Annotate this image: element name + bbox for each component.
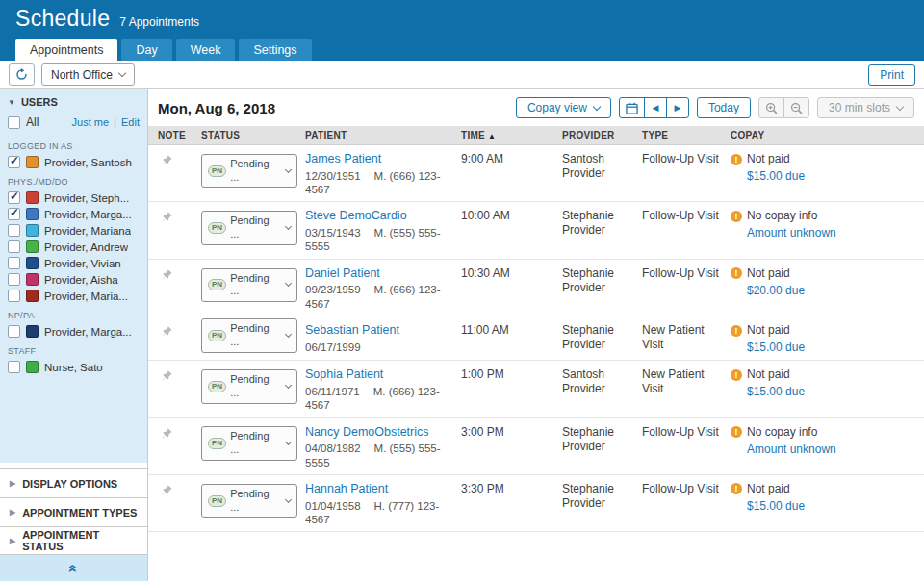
provider-filter-row[interactable]: Nurse, Sato bbox=[0, 359, 147, 375]
copay-amount-link[interactable]: Amount unknown bbox=[747, 226, 836, 240]
provider-checkbox[interactable] bbox=[8, 224, 20, 237]
note-cell[interactable] bbox=[158, 361, 201, 391]
status-dropdown[interactable]: PN Pending ... bbox=[201, 211, 297, 245]
sidebar-section[interactable]: ▶ DISPLAY OPTIONS bbox=[0, 468, 147, 497]
nav-tab[interactable]: Day bbox=[121, 39, 171, 61]
copay-amount-link[interactable]: $15.00 due bbox=[747, 385, 805, 399]
patient-cell: James Patient 12/30/1951M. (666) 123-456… bbox=[305, 145, 461, 201]
appointment-list: PN Pending ... James Patient 12/30/1951M… bbox=[148, 145, 924, 581]
patient-cell: Nancy DemoObstetrics 04/08/1982M. (555) … bbox=[305, 418, 461, 474]
provider-filter-row[interactable]: Provider, Marga... bbox=[0, 206, 147, 222]
provider-checkbox[interactable] bbox=[8, 208, 20, 220]
provider-color-swatch bbox=[26, 224, 38, 237]
provider-checkbox[interactable] bbox=[8, 191, 20, 204]
provider-filter-row[interactable]: Provider, Mariana bbox=[0, 222, 147, 239]
patient-link[interactable]: Nancy DemoObstetrics bbox=[305, 425, 429, 441]
patient-link[interactable]: Daniel Patient bbox=[305, 266, 380, 282]
status-badge: PN bbox=[208, 222, 226, 234]
col-status[interactable]: STATUS bbox=[201, 130, 305, 140]
zoom-out-button[interactable] bbox=[783, 97, 809, 118]
provider-filter-row[interactable]: Provider, Vivian bbox=[0, 255, 147, 271]
nav-tab[interactable]: Settings bbox=[239, 39, 311, 61]
copay-amount-link[interactable]: $15.00 due bbox=[747, 341, 805, 355]
provider-filter-row[interactable]: Provider, Maria... bbox=[0, 288, 147, 304]
copay-status: Not paid bbox=[747, 367, 790, 382]
note-cell[interactable] bbox=[158, 202, 201, 232]
provider-filter-row[interactable]: Provider, Andrew bbox=[0, 239, 147, 255]
provider-filter-row[interactable]: Provider, Aisha bbox=[0, 271, 147, 288]
user-group-label: LOGGED IN AS bbox=[0, 135, 147, 154]
provider-checkbox[interactable] bbox=[8, 156, 20, 168]
col-copay[interactable]: COPAY bbox=[731, 130, 924, 140]
calendar-button[interactable] bbox=[619, 97, 645, 118]
copay-amount-link[interactable]: $15.00 due bbox=[747, 169, 805, 184]
provider-checkbox[interactable] bbox=[8, 240, 20, 253]
next-day-button[interactable]: ▶ bbox=[666, 97, 689, 118]
provider-filter-row[interactable]: Provider, Marga... bbox=[0, 323, 147, 340]
copay-status: Not paid bbox=[747, 323, 790, 338]
all-checkbox[interactable] bbox=[8, 116, 20, 129]
note-cell[interactable] bbox=[158, 145, 201, 175]
patient-link[interactable]: Sebastian Patient bbox=[305, 323, 399, 339]
provider-checkbox[interactable] bbox=[8, 361, 20, 373]
copay-view-dropdown[interactable]: Copay view bbox=[516, 97, 611, 118]
provider-checkbox[interactable] bbox=[8, 273, 20, 286]
zoom-in-button[interactable] bbox=[758, 97, 784, 118]
users-section-header[interactable]: ▼ USERS bbox=[0, 89, 147, 113]
copay-amount-link[interactable]: Amount unknown bbox=[747, 442, 836, 457]
status-dropdown[interactable]: PN Pending ... bbox=[201, 369, 297, 404]
patient-link[interactable]: James Patient bbox=[305, 152, 381, 167]
chevron-down-icon bbox=[285, 166, 292, 173]
patient-link[interactable]: Sophia Patient bbox=[305, 367, 383, 383]
chevron-down-icon bbox=[285, 280, 292, 287]
just-me-link[interactable]: Just me bbox=[72, 116, 110, 128]
calendar-icon bbox=[626, 102, 638, 114]
refresh-button[interactable] bbox=[9, 63, 35, 86]
status-dropdown[interactable]: PN Pending ... bbox=[201, 154, 297, 189]
print-button[interactable]: Print bbox=[868, 64, 915, 86]
patient-link[interactable]: Steve DemoCardio bbox=[305, 209, 407, 224]
note-cell[interactable] bbox=[158, 260, 201, 290]
patient-link[interactable]: Hannah Patient bbox=[305, 482, 388, 497]
status-label: Pending ... bbox=[230, 215, 280, 241]
copay-amount-link[interactable]: $15.00 due bbox=[747, 499, 805, 514]
sidebar-section[interactable]: ▶ APPOINTMENT STATUS bbox=[0, 526, 147, 555]
today-button[interactable]: Today bbox=[697, 97, 751, 118]
note-cell[interactable] bbox=[158, 475, 201, 505]
status-label: Pending ... bbox=[230, 373, 280, 400]
provider-filter-row[interactable]: Provider, Steph... bbox=[0, 189, 147, 206]
prev-day-button[interactable]: ◀ bbox=[644, 97, 667, 118]
date-row: Mon, Aug 6, 2018 Copay view ◀ ▶ Today bbox=[148, 89, 924, 126]
copay-cell: ! Not paid $15.00 due bbox=[731, 475, 924, 518]
col-type[interactable]: TYPE bbox=[642, 130, 731, 140]
collapse-all-icon[interactable]: « bbox=[66, 564, 82, 572]
status-dropdown[interactable]: PN Pending ... bbox=[201, 484, 297, 518]
provider-name: Provider, Vivian bbox=[44, 258, 121, 269]
status-dropdown[interactable]: PN Pending ... bbox=[201, 426, 297, 461]
office-dropdown[interactable]: North Office bbox=[41, 63, 135, 86]
provider-filter-row[interactable]: Provider, Santosh bbox=[0, 154, 147, 170]
patient-dob: 03/15/1943 bbox=[305, 227, 361, 239]
status-dropdown[interactable]: PN Pending ... bbox=[201, 318, 297, 353]
nav-tab[interactable]: Week bbox=[176, 39, 236, 61]
provider-checkbox[interactable] bbox=[8, 325, 20, 338]
provider-checkbox[interactable] bbox=[8, 257, 20, 269]
col-provider[interactable]: PROVIDER bbox=[562, 130, 642, 140]
sidebar-section[interactable]: ▶ APPOINTMENT TYPES bbox=[0, 497, 147, 526]
col-time[interactable]: TIME▲ bbox=[461, 130, 562, 140]
edit-link[interactable]: Edit bbox=[121, 116, 140, 128]
provider-checkbox[interactable] bbox=[8, 290, 20, 302]
time-cell: 10:00 AM bbox=[461, 202, 562, 228]
status-dropdown[interactable]: PN Pending ... bbox=[201, 268, 297, 303]
col-note[interactable]: NOTE bbox=[158, 130, 201, 140]
copay-amount-link[interactable]: $20.00 due bbox=[747, 284, 805, 298]
warning-icon: ! bbox=[731, 369, 742, 381]
nav-tab[interactable]: Appointments bbox=[15, 39, 117, 61]
patient-dob: 09/23/1959 bbox=[305, 284, 361, 295]
provider-cell: Stephanie Provider bbox=[562, 202, 642, 242]
note-cell[interactable] bbox=[158, 316, 201, 346]
slot-size-dropdown[interactable]: 30 min slots bbox=[817, 97, 914, 118]
col-patient[interactable]: PATIENT bbox=[305, 130, 461, 140]
appointment-row: PN Pending ... Daniel Patient 09/23/1959… bbox=[148, 260, 924, 316]
note-cell[interactable] bbox=[158, 418, 201, 448]
